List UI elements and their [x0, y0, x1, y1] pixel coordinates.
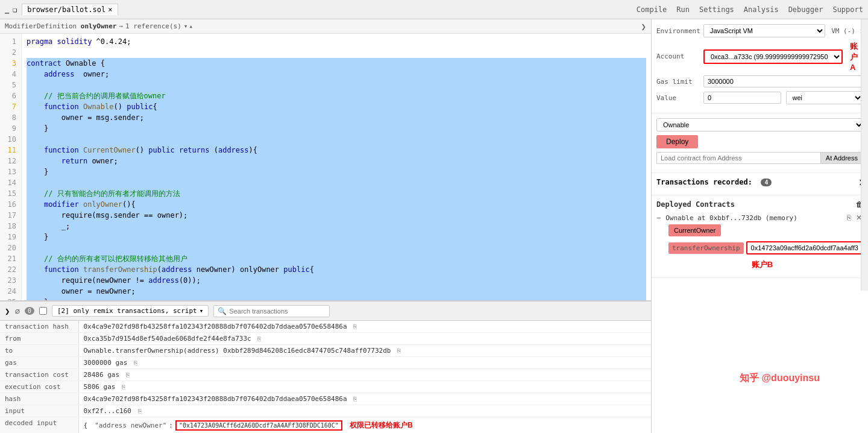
rights-annotation: 权限已转移给账户B: [350, 420, 413, 431]
nav-debugger[interactable]: Debugger: [788, 5, 823, 14]
transfer-ownership-input[interactable]: [746, 241, 863, 254]
bottom-toolbar: ❯ ∅ 0 [2] only remix transactions, scrip…: [0, 302, 651, 321]
env-label: Environment: [656, 27, 699, 35]
current-owner-button[interactable]: CurrentOwner: [668, 224, 721, 236]
decoded-key: "address newOwner": [95, 422, 166, 429]
tx-key: input: [0, 405, 78, 417]
line-num-warn: 7: [5, 101, 16, 112]
code-text[interactable]: pragma solidity ^0.4.24; contract Ownabl…: [22, 34, 651, 300]
tx-key: execution cost: [0, 381, 78, 393]
value-unit-select[interactable]: wei: [786, 91, 864, 104]
load-contract-input[interactable]: [656, 152, 820, 164]
checkbox-input[interactable]: [39, 307, 47, 315]
restore-icon[interactable]: ❏: [13, 5, 17, 14]
value-input[interactable]: [703, 92, 781, 104]
contract-section: Ownable ▾ Deploy At Address: [652, 113, 868, 173]
contract-select[interactable]: Ownable: [656, 118, 864, 131]
environment-select[interactable]: JavaScript VM: [703, 24, 825, 37]
line-num-warn: 11: [5, 145, 16, 156]
copy-icon[interactable]: ⎘: [122, 384, 125, 390]
copy-icon[interactable]: ⎘: [397, 347, 401, 354]
table-row: gas 3000000 gas ⎘: [0, 357, 651, 369]
clear-icon[interactable]: ∅: [14, 306, 19, 316]
script-dropdown[interactable]: [2] only remix transactions, script ▾: [52, 305, 209, 317]
account-b-section: 账户B: [656, 259, 863, 270]
copy-icon[interactable]: ⎘: [257, 335, 261, 342]
editor-tab[interactable]: browser/ballot.sol ×: [22, 4, 118, 15]
nav-analysis[interactable]: Analysis: [744, 5, 779, 14]
tx-value: 0x4ca9e702fd98fb43258ffa102343f20888db7f…: [78, 321, 651, 333]
deployed-contract-item: − Ownable at 0xbbf...732db (memory) ⎘ ✕ …: [656, 212, 863, 270]
scrollbar[interactable]: [861, 19, 868, 291]
editor-area: ModifierDefinition onlyOwner → 1 referen…: [0, 19, 651, 433]
tx-value: Ownable.transferOwnership(address) 0xbbf…: [78, 345, 651, 357]
deployed-contracts-header: Deployed Contracts 🗑: [656, 200, 863, 209]
bottom-panel: ❯ ∅ 0 [2] only remix transactions, scrip…: [0, 300, 651, 433]
definition-label: ModifierDefinition: [5, 22, 81, 30]
top-nav: Compile Run Settings Analysis Debugger S…: [637, 5, 863, 14]
line-num: 16: [5, 199, 16, 210]
main-content: ModifierDefinition onlyOwner → 1 referen…: [0, 19, 868, 433]
nav-compile[interactable]: Compile: [637, 5, 667, 14]
nav-settings[interactable]: Settings: [699, 5, 734, 14]
expand-bottom-icon[interactable]: ❯: [5, 306, 10, 316]
code-line: // 合约的所有者可以把权限转移给其他用户: [27, 253, 646, 264]
search-input[interactable]: [229, 308, 326, 315]
search-box[interactable]: 🔍: [213, 305, 330, 317]
nav-support[interactable]: Support: [832, 5, 863, 14]
table-row: from 0xca35b7d9154d8ef540ade6068dfe2f44e…: [0, 333, 651, 345]
gas-limit-input[interactable]: [703, 75, 863, 87]
tx-value: 0x4ca9e702fd98fb43258ffa102343f20888db7f…: [78, 393, 651, 405]
copy-icon[interactable]: ⎘: [353, 396, 357, 402]
line-num: 21: [5, 253, 16, 264]
tx-key: transaction cost: [0, 369, 78, 381]
tx-value: 5806 gas ⎘: [78, 381, 651, 393]
code-line: pragma solidity ^0.4.24;: [27, 36, 646, 47]
account-select[interactable]: 0xca3...a733c (99.99999999999972950: [703, 49, 843, 64]
copy-icon[interactable]: ⎘: [138, 408, 142, 414]
script-label: [2] only remix transactions, script: [57, 307, 197, 315]
line-num: 22: [5, 264, 16, 275]
collapse-icon[interactable]: ▴: [189, 22, 193, 30]
line-num: 15: [5, 188, 16, 199]
line-num: 17: [5, 210, 16, 221]
tx-value: 0xf2f...c160 ⎘: [78, 405, 651, 417]
code-editor[interactable]: 1 2 3 4 5 6 7 8 9 10 11 12 13 14 15 16 1: [0, 34, 651, 300]
code-line: address owner;: [27, 69, 646, 80]
minus-icon[interactable]: −: [656, 213, 661, 222]
tab-close-icon[interactable]: ×: [108, 5, 112, 14]
copy-icon[interactable]: ⎘: [134, 359, 137, 366]
tx-key: transaction hash: [0, 321, 78, 333]
line-num: 4: [5, 69, 16, 80]
transactions-header: Transactions recorded: 4 ❯: [656, 178, 863, 186]
expand-icon[interactable]: ▾: [184, 22, 188, 30]
tx-value: 0xca35b7d9154d8ef540ade6068dfe2f44e8fa73…: [78, 333, 651, 345]
line-num: 8: [5, 112, 16, 123]
value-row: Value wei: [656, 91, 863, 104]
code-line: [27, 242, 646, 253]
gas-limit-label: Gas limit: [656, 78, 699, 86]
nav-run[interactable]: Run: [676, 5, 690, 14]
code-line: function Ownable() public{: [27, 101, 646, 112]
references-label: 1 reference(s): [125, 22, 181, 30]
transfer-ownership-label: transferOwnership: [668, 242, 744, 254]
deploy-button[interactable]: Deploy: [656, 135, 698, 148]
top-bar: ⎯ ❏ browser/ballot.sol × Compile Run Set…: [0, 0, 868, 19]
load-contract-row: At Address: [656, 152, 863, 164]
minimize-icon[interactable]: ⎯: [5, 5, 9, 14]
scroll-right-icon[interactable]: ❯: [641, 22, 646, 31]
window-controls[interactable]: ⎯ ❏: [5, 5, 17, 14]
copy-contract-icon[interactable]: ⎘: [846, 213, 852, 222]
line-num: 23: [5, 275, 16, 286]
table-row: input 0xf2f...c160 ⎘: [0, 405, 651, 417]
tx-key: from: [0, 333, 78, 345]
line-num: 24: [5, 286, 16, 297]
transactions-section: Transactions recorded: 4 ❯: [652, 173, 868, 195]
decoded-colon: :: [169, 422, 173, 429]
transactions-badge: 4: [761, 179, 772, 186]
copy-icon[interactable]: ⎘: [126, 371, 130, 378]
filter-checkbox[interactable]: [39, 307, 47, 315]
current-owner-row: CurrentOwner: [668, 223, 863, 238]
at-address-button[interactable]: At Address: [820, 152, 863, 164]
copy-icon[interactable]: ⎘: [353, 323, 357, 330]
